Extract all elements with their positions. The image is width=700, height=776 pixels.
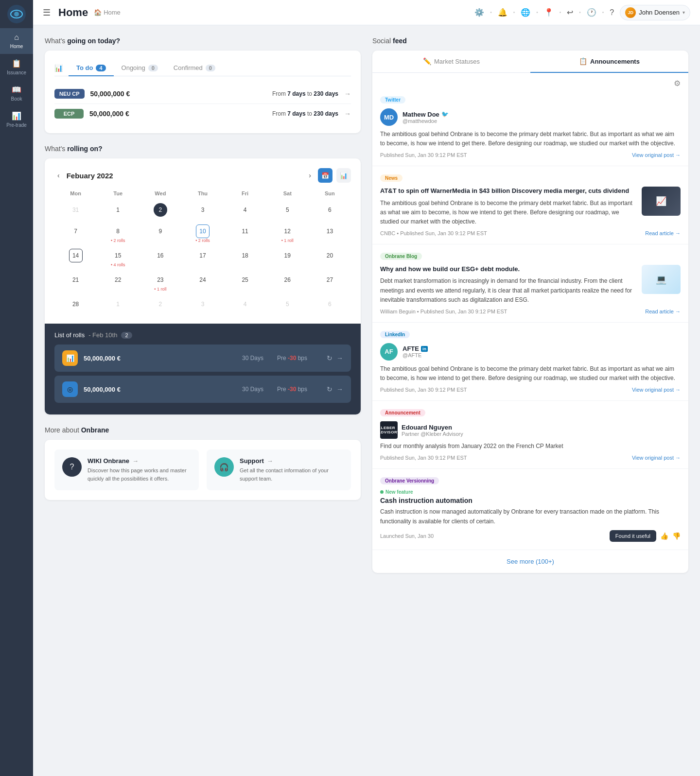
app-logo	[7, 5, 26, 23]
calendar-week: 14 15 • 4 rolls 16 17 18 19 20	[54, 246, 351, 270]
cal-day[interactable]: 13	[309, 222, 351, 246]
globe-icon[interactable]: 🌐	[519, 6, 532, 19]
author-info: Mathew Doe 🐦 @matthewdoe	[402, 111, 681, 124]
caret-down-icon: ▾	[682, 10, 685, 15]
chart-view-button[interactable]: 📊	[336, 168, 351, 183]
cal-day[interactable]: 21	[54, 270, 97, 294]
cal-day[interactable]: 31	[54, 200, 97, 222]
about-wiki-title: WIKI Onbrane →	[88, 457, 191, 465]
author-name: Edouard Nguyen	[402, 424, 463, 431]
roll-refresh-button[interactable]: ↻	[327, 354, 332, 362]
roll-navigate-button[interactable]: →	[336, 385, 343, 393]
sidebar-item-book[interactable]: 📖 Book	[0, 80, 33, 106]
view-original-link[interactable]: View original post →	[632, 152, 681, 158]
view-original-link[interactable]: View original post →	[632, 455, 681, 461]
menu-button[interactable]: ☰	[43, 7, 51, 18]
source-badge: Onbrane Blog	[380, 253, 422, 260]
sidebar-item-label: Pre-trade	[6, 122, 27, 128]
wiki-icon: ?	[62, 457, 82, 477]
help-icon[interactable]: ?	[608, 6, 616, 19]
feed-text: The ambitious goal behind Onbrane is to …	[380, 364, 681, 383]
roll-refresh-button[interactable]: ↻	[327, 385, 332, 393]
tab-announcements[interactable]: 📋 Announcements	[530, 51, 688, 73]
view-original-link[interactable]: View original post →	[632, 387, 681, 393]
cal-day[interactable]: 18	[224, 246, 266, 270]
cal-day[interactable]: 15 • 4 rolls	[97, 246, 139, 270]
filter-icon[interactable]: ⚙	[674, 79, 681, 88]
tab-market-statuses[interactable]: ✏️ Market Statuses	[372, 51, 530, 73]
cal-next-button[interactable]: ›	[306, 171, 314, 180]
task-arrow[interactable]: →	[344, 90, 351, 98]
user-menu[interactable]: JD John Doensen ▾	[620, 5, 690, 20]
cal-day[interactable]: 4	[224, 200, 266, 222]
cal-day[interactable]: 28	[54, 294, 97, 316]
cal-day[interactable]: 12 • 1 roll	[266, 222, 309, 246]
thumbs-down-button[interactable]: 👎	[672, 532, 681, 540]
see-more-link[interactable]: See more (100+)	[507, 558, 554, 565]
roll-row: ◎ 50,000,000 € 30 Days Pre -30 bps ↻ →	[54, 376, 351, 403]
cal-day-selected[interactable]: 10 • 2 rolls	[181, 222, 224, 246]
notifications-icon[interactable]: 🔔	[496, 6, 509, 19]
cal-day[interactable]: 7	[54, 222, 97, 246]
sidebar-item-issuance[interactable]: 📋 Issuance	[0, 54, 33, 80]
thumbs-up-button[interactable]: 👍	[660, 532, 668, 540]
support-icon: 🎧	[214, 457, 234, 477]
about-wiki: ? WIKI Onbrane → Discover how this page …	[54, 449, 199, 490]
todo-section-title: What's going on today?	[45, 37, 361, 45]
cal-day[interactable]: 20	[309, 246, 351, 270]
cal-day[interactable]: 2	[139, 294, 181, 316]
cal-day[interactable]: 9	[139, 222, 181, 246]
cal-day[interactable]: 22	[97, 270, 139, 294]
tab-confirmed[interactable]: Confirmed 0	[166, 60, 223, 76]
cal-day[interactable]: 6	[309, 200, 351, 222]
calendar-view-button[interactable]: 📅	[318, 168, 332, 183]
see-more[interactable]: See more (100+)	[372, 550, 688, 573]
cal-day[interactable]: 26	[266, 270, 309, 294]
news-content: AT&T to spin off WarnerMedia in $43 bill…	[380, 187, 636, 230]
cal-day[interactable]: 4	[224, 294, 266, 316]
cal-day[interactable]: 25	[224, 270, 266, 294]
read-article-link[interactable]: Read article →	[645, 309, 681, 314]
feed-text: The ambitious goal behind Onbrane is to …	[380, 199, 636, 227]
sidebar-item-home[interactable]: ⌂ Home	[0, 28, 33, 54]
cal-day[interactable]: 3	[181, 294, 224, 316]
cal-day[interactable]: 8 • 2 rolls	[97, 222, 139, 246]
clock-icon[interactable]: 🕐	[585, 6, 598, 19]
tab-todo[interactable]: To do 4	[69, 60, 114, 76]
cal-day[interactable]: 3	[181, 200, 224, 222]
avatar: AF	[380, 343, 398, 361]
read-article-link[interactable]: Read article →	[645, 230, 681, 236]
task-arrow[interactable]: →	[344, 110, 351, 118]
settings-icon[interactable]: ⚙️	[472, 6, 486, 19]
cal-day[interactable]: 1	[97, 294, 139, 316]
cal-day[interactable]: 1	[97, 200, 139, 222]
cal-day-current[interactable]: 14	[54, 246, 97, 270]
cal-day[interactable]: 19	[266, 246, 309, 270]
cal-day[interactable]: 11	[224, 222, 266, 246]
cal-day[interactable]: 16	[139, 246, 181, 270]
cal-day[interactable]: 17	[181, 246, 224, 270]
cal-day[interactable]: 23 • 1 roll	[139, 270, 181, 294]
todo-card: 📊 To do 4 Ongoing 0 Confirmed	[45, 51, 361, 133]
roll-navigate-button[interactable]: →	[336, 354, 343, 362]
source-badge: News	[380, 174, 402, 182]
roll-actions: ↻ →	[327, 385, 343, 393]
tab-ongoing[interactable]: Ongoing 0	[114, 60, 166, 76]
feed-kleber: KLEBERADVISORY Edouard Nguyen Partner @K…	[380, 421, 681, 439]
sidebar-item-pretrade[interactable]: 📊 Pre-trade	[0, 106, 33, 133]
feed-text: Cash instruction is now managed automati…	[380, 507, 681, 526]
cal-day[interactable]: 27	[309, 270, 351, 294]
about-card: ? WIKI Onbrane → Discover how this page …	[45, 440, 361, 500]
task-amount: 50,000,000 €	[90, 90, 266, 98]
cal-prev-button[interactable]: ‹	[54, 171, 63, 180]
location-icon[interactable]: 📍	[542, 6, 556, 19]
cal-day-today[interactable]: 2	[139, 200, 181, 222]
found-useful-button[interactable]: Found it useful	[610, 530, 656, 542]
cal-day[interactable]: 5	[266, 294, 309, 316]
cal-day[interactable]: 5	[266, 200, 309, 222]
back-icon[interactable]: ↩	[565, 6, 575, 19]
cal-day[interactable]: 24	[181, 270, 224, 294]
cal-day[interactable]: 6	[309, 294, 351, 316]
version-title: Cash instruction automation	[380, 497, 681, 504]
calendar-card: ‹ Febuary 2022 › 📅 📊	[45, 158, 361, 414]
